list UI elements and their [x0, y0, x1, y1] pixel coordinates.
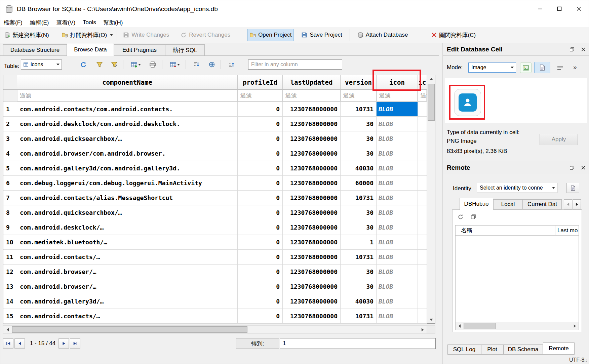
- close-database-button[interactable]: 關閉資料庫(C): [429, 29, 478, 41]
- col-componentName[interactable]: componentName: [17, 75, 238, 90]
- edit-filters-button[interactable]: [108, 59, 120, 70]
- cell-componentName[interactable]: com.android.gallery3d/…: [17, 294, 238, 309]
- cell-icon[interactable]: BLOB: [377, 146, 418, 161]
- cell-extra[interactable]: [418, 294, 427, 309]
- horizontal-scroll-thumb[interactable]: [12, 326, 247, 333]
- delete-record-button[interactable]: [167, 59, 182, 70]
- first-page-button[interactable]: [3, 338, 13, 349]
- vertical-scroll-thumb[interactable]: [428, 84, 435, 121]
- insert-record-button[interactable]: [128, 59, 143, 70]
- horizontal-scroll-thumb[interactable]: [464, 323, 496, 329]
- cell-icon[interactable]: BLOB: [377, 265, 418, 279]
- cell-lastUpdated[interactable]: 1230768000000: [283, 191, 341, 205]
- close-button[interactable]: [569, 0, 589, 17]
- cell-icon[interactable]: BLOB: [377, 250, 418, 265]
- menu-tools[interactable]: Tools: [79, 18, 100, 27]
- cell-profileId[interactable]: 0: [238, 309, 283, 324]
- close-panel-button[interactable]: [579, 46, 587, 53]
- table-row[interactable]: 4 com.android.browser/com.android.browse…: [3, 146, 427, 161]
- cell-extra[interactable]: [418, 117, 427, 131]
- cell-componentName[interactable]: com.android.contacts/…: [17, 309, 238, 324]
- cell-componentName[interactable]: com.android.deskclock/…: [17, 220, 238, 235]
- col-icon[interactable]: icon: [377, 75, 418, 90]
- cell-lastUpdated[interactable]: 1230768000000: [283, 250, 341, 265]
- cell-extra[interactable]: [418, 102, 427, 117]
- table-vertical-scrollbar[interactable]: [427, 75, 435, 323]
- next-page-button[interactable]: [58, 338, 69, 349]
- filter-icon[interactable]: 過濾: [377, 90, 418, 102]
- table-row[interactable]: 6 com.debug.loggerui/com.debug.loggerui.…: [3, 176, 427, 191]
- cell-icon[interactable]: BLOB: [377, 102, 418, 117]
- last-page-button[interactable]: [70, 338, 80, 349]
- cell-extra[interactable]: [418, 146, 427, 161]
- cell-version[interactable]: 30: [341, 220, 377, 235]
- cell-extra[interactable]: [418, 220, 427, 235]
- filter-partial[interactable]: 過濾: [418, 90, 427, 102]
- table-row[interactable]: 13 com.android.browser/… 0 1230768000000…: [3, 279, 427, 294]
- col-last-modified[interactable]: Last mo: [555, 226, 579, 235]
- cell-icon[interactable]: BLOB: [377, 220, 418, 235]
- write-changes-button[interactable]: Write Changes: [121, 29, 171, 41]
- remote-tab-dbhub[interactable]: DBHub.io: [460, 198, 493, 210]
- menu-file[interactable]: 檔案(F): [0, 18, 26, 27]
- cell-version[interactable]: 30: [341, 117, 377, 131]
- cell-profileId[interactable]: 0: [238, 220, 283, 235]
- tab-database-structure[interactable]: Database Structure: [3, 44, 67, 56]
- mode-select[interactable]: Image: [468, 63, 516, 73]
- cell-profileId[interactable]: 0: [238, 294, 283, 309]
- table-row[interactable]: 3 com.android.quicksearchbox/… 0 1230768…: [3, 131, 427, 146]
- cell-extra[interactable]: [418, 176, 427, 191]
- table-row[interactable]: 12 com.android.browser/… 0 1230768000000…: [3, 265, 427, 279]
- cell-componentName[interactable]: com.android.browser/…: [17, 265, 238, 279]
- remote-refresh-button[interactable]: [456, 212, 465, 221]
- remote-clone-button[interactable]: [469, 212, 478, 221]
- table-row[interactable]: 11 com.android.contacts/… 0 123076800000…: [3, 250, 427, 265]
- cell-icon[interactable]: BLOB: [377, 176, 418, 191]
- cell-lastUpdated[interactable]: 1230768000000: [283, 279, 341, 294]
- col-version[interactable]: version: [341, 75, 377, 90]
- scroll-right-button[interactable]: [571, 322, 579, 330]
- remote-tab-local[interactable]: Local: [493, 199, 523, 209]
- cell-componentName[interactable]: com.android.contacts/alias.MessageShortc…: [17, 191, 238, 205]
- cell-componentName[interactable]: com.android.contacts/…: [17, 250, 238, 265]
- cell-componentName[interactable]: com.android.deskclock/com.android.deskcl…: [17, 117, 238, 131]
- table-row[interactable]: 9 com.android.deskclock/… 0 123076800000…: [3, 220, 427, 235]
- filter-profileId[interactable]: 過濾: [238, 90, 283, 102]
- cell-profileId[interactable]: 0: [238, 176, 283, 191]
- scroll-down-button[interactable]: [427, 316, 435, 323]
- cell-icon[interactable]: BLOB: [377, 131, 418, 146]
- bottom-tab-plot[interactable]: Plot: [481, 345, 503, 355]
- cell-version[interactable]: 10731: [341, 309, 377, 324]
- cell-lastUpdated[interactable]: 1230768000000: [283, 117, 341, 131]
- refresh-button[interactable]: [77, 59, 89, 70]
- cell-version[interactable]: 40030: [341, 294, 377, 309]
- tab-browse-data[interactable]: Browse Data: [67, 43, 114, 56]
- col-profileId[interactable]: profileId: [238, 75, 283, 90]
- cell-profileId[interactable]: 0: [238, 102, 283, 117]
- goto-record-input[interactable]: [280, 338, 436, 349]
- cell-extra[interactable]: [418, 191, 427, 205]
- minimize-button[interactable]: [530, 0, 550, 17]
- cell-profileId[interactable]: 0: [238, 161, 283, 176]
- cell-version[interactable]: 30: [341, 279, 377, 294]
- maximize-button[interactable]: [550, 0, 569, 17]
- scroll-left-button[interactable]: [456, 322, 463, 330]
- menu-edit[interactable]: 編輯(E): [26, 18, 53, 27]
- filter-version[interactable]: 過濾: [341, 90, 377, 102]
- new-database-button[interactable]: 新建資料庫(N): [2, 29, 51, 41]
- table-select[interactable]: icons: [21, 59, 62, 70]
- scroll-right-button[interactable]: [418, 326, 427, 333]
- sort-descending-button[interactable]: [225, 59, 237, 70]
- cell-profileId[interactable]: 0: [238, 250, 283, 265]
- sort-ascending-button[interactable]: [190, 59, 202, 70]
- col-name[interactable]: 名稱: [456, 226, 555, 235]
- tab-edit-pragmas[interactable]: Edit Pragmas: [114, 44, 165, 56]
- cell-componentName[interactable]: com.mediatek.bluetooth/…: [17, 235, 238, 250]
- cell-extra[interactable]: [418, 265, 427, 279]
- cell-componentName[interactable]: com.android.quicksearchbox/…: [17, 131, 238, 146]
- text-view-button[interactable]: [534, 62, 550, 73]
- cell-profileId[interactable]: 0: [238, 205, 283, 220]
- cell-lastUpdated[interactable]: 1230768000000: [283, 146, 341, 161]
- cell-lastUpdated[interactable]: 1230768000000: [283, 220, 341, 235]
- cell-profileId[interactable]: 0: [238, 131, 283, 146]
